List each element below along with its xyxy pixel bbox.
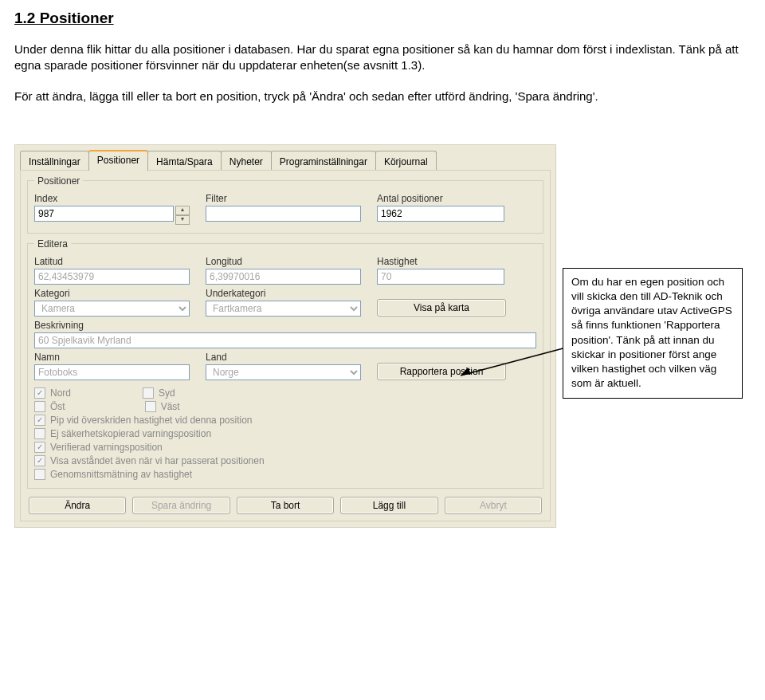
- section-heading: 1.2 Positioner: [14, 10, 751, 27]
- index-spinner[interactable]: ▲ ▼: [175, 206, 190, 225]
- vast-checkbox[interactable]: [145, 401, 156, 412]
- ost-checkbox[interactable]: [34, 401, 45, 412]
- index-label: Index: [34, 193, 190, 204]
- latitud-input[interactable]: [34, 269, 190, 285]
- underkategori-select[interactable]: Fartkamera: [206, 301, 361, 317]
- editera-group: Editera Latitud Longitud Hastighet: [27, 238, 543, 489]
- longitud-input[interactable]: [206, 269, 361, 285]
- vast-label: Väst: [161, 401, 180, 412]
- genomsnitt-checkbox[interactable]: [34, 469, 45, 480]
- antal-input[interactable]: [377, 206, 504, 222]
- filter-input[interactable]: [206, 206, 361, 222]
- rapportera-position-button[interactable]: Rapportera position: [377, 363, 506, 380]
- visa-pa-karta-button[interactable]: Visa på karta: [377, 299, 506, 317]
- land-label: Land: [206, 352, 361, 363]
- syd-label: Syd: [159, 387, 175, 399]
- tab-programinstallningar[interactable]: Programinställningar: [271, 151, 376, 171]
- underkategori-label: Underkategori: [206, 288, 361, 299]
- andra-button[interactable]: Ändra: [29, 497, 126, 514]
- tab-installningar[interactable]: Inställningar: [20, 151, 89, 171]
- longitud-label: Longitud: [206, 256, 361, 267]
- kategori-select[interactable]: Kamera: [34, 301, 190, 317]
- antal-label: Antal positioner: [377, 193, 504, 204]
- tab-korjournal[interactable]: Körjournal: [375, 151, 437, 171]
- visa-avst-checkbox[interactable]: [34, 455, 45, 466]
- spinner-up-icon[interactable]: ▲: [175, 206, 190, 215]
- pip-checkbox[interactable]: [34, 415, 45, 426]
- ej-checkbox[interactable]: [34, 428, 45, 439]
- namn-label: Namn: [34, 352, 190, 363]
- filter-label: Filter: [206, 193, 361, 204]
- avbryt-button[interactable]: Avbryt: [445, 497, 542, 514]
- ost-label: Öst: [50, 401, 65, 412]
- hastighet-label: Hastighet: [377, 256, 504, 267]
- index-input[interactable]: [34, 206, 174, 222]
- intro-paragraph-2: För att ändra, lägga till eller ta bort …: [14, 88, 751, 104]
- editera-legend: Editera: [34, 238, 71, 250]
- callout-box: Om du har en egen position och vill skic…: [563, 268, 743, 399]
- lagg-till-button[interactable]: Lägg till: [340, 497, 437, 514]
- intro-paragraph-1: Under denna flik hittar du alla position…: [14, 41, 751, 74]
- verifierad-checkbox[interactable]: [34, 442, 45, 453]
- latitud-label: Latitud: [34, 256, 190, 267]
- beskrivning-label: Beskrivning: [34, 320, 536, 331]
- ej-label: Ej säkerhetskopierad varningsposition: [50, 428, 211, 439]
- land-select[interactable]: Norge: [206, 364, 361, 380]
- hastighet-input[interactable]: [377, 269, 504, 285]
- syd-checkbox[interactable]: [143, 387, 154, 399]
- screenshot-wrapper: Inställningar Positioner Hämta/Spara Nyh…: [14, 144, 751, 528]
- spara-andring-button[interactable]: Spara ändring: [132, 497, 230, 514]
- pip-label: Pip vid överskriden hastighet vid denna …: [50, 415, 253, 426]
- positioner-legend: Positioner: [34, 175, 83, 187]
- app-window: Inställningar Positioner Hämta/Spara Nyh…: [14, 144, 556, 528]
- kategori-label: Kategori: [34, 288, 190, 299]
- genomsnitt-label: Genomsnittsmätning av hastighet: [50, 469, 192, 480]
- tab-nyheter[interactable]: Nyheter: [221, 151, 272, 171]
- nord-label: Nord: [50, 387, 71, 399]
- ta-bort-button[interactable]: Ta bort: [237, 497, 334, 514]
- spinner-down-icon[interactable]: ▼: [175, 215, 190, 225]
- visa-avst-label: Visa avståndet även när vi har passerat …: [50, 455, 265, 466]
- beskrivning-input[interactable]: [34, 332, 536, 348]
- verifierad-label: Verifierad varningsposition: [50, 442, 163, 453]
- bottom-button-row: Ändra Spara ändring Ta bort Lägg till Av…: [21, 492, 550, 516]
- positioner-group: Positioner Index ▲ ▼: [27, 175, 543, 234]
- checkbox-area: Nord Syd Öst: [34, 385, 536, 480]
- tab-positioner[interactable]: Positioner: [88, 150, 148, 171]
- tab-bar: Inställningar Positioner Hämta/Spara Nyh…: [15, 145, 555, 171]
- tab-hamta-spara[interactable]: Hämta/Spara: [147, 151, 222, 171]
- namn-input[interactable]: [34, 364, 190, 380]
- tab-panel: Positioner Index ▲ ▼: [20, 170, 551, 521]
- nord-checkbox[interactable]: [34, 387, 45, 399]
